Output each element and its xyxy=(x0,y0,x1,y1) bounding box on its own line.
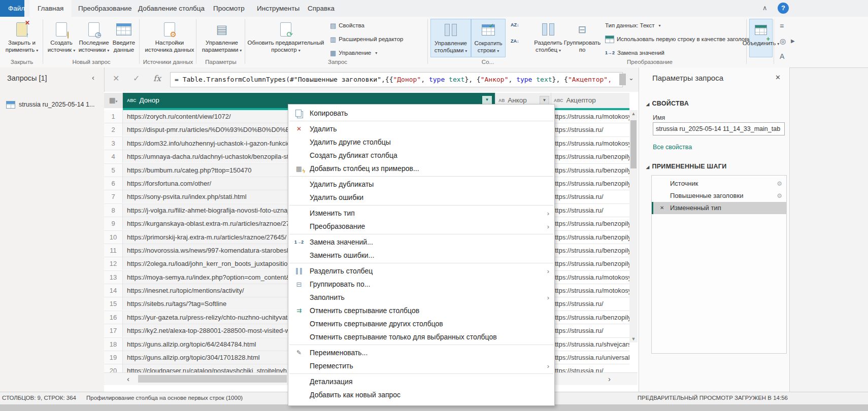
section-properties[interactable]: ◢СВОЙСТВА xyxy=(646,100,689,107)
split-column-button[interactable]: Разделить столбец xyxy=(532,19,564,54)
grid-corner-button[interactable]: ▦▾ xyxy=(104,93,123,108)
group-by-icon: ⊟ xyxy=(578,20,587,39)
advanced-editor-button[interactable]: ▥ Расширенный редактор xyxy=(330,33,404,45)
context-menu-item[interactable]: Заполнить› xyxy=(288,291,554,304)
formula-token: }, { xyxy=(464,76,480,83)
manage-parameters-button[interactable]: ▤ Управление параметрами xyxy=(200,19,244,54)
formula-expand-icon[interactable]: ⌄ xyxy=(628,74,634,82)
column-profiling-status[interactable]: Профилирование столбца на основе первых … xyxy=(86,395,243,401)
vertical-scrollbar[interactable]: ▲ ▼ xyxy=(629,110,638,342)
horizontal-scroll-thumb[interactable] xyxy=(138,375,287,383)
gear-icon[interactable]: ⚙ xyxy=(777,190,782,202)
new-source-button[interactable]: Создать источник xyxy=(46,19,77,54)
context-menu-item[interactable]: Отменить свертывание только для выбранны… xyxy=(288,330,554,344)
acceptor-cell: https://strussia.ru/ xyxy=(551,204,629,217)
vertical-scroll-thumb[interactable] xyxy=(630,120,637,168)
menu-item-label: Удалить xyxy=(310,125,554,133)
group-label-transform: Преобразование xyxy=(599,58,700,66)
context-menu-item[interactable]: Удалить дубликаты xyxy=(288,178,554,191)
tab-help[interactable]: Справка xyxy=(299,0,343,17)
filter-icon-anchor[interactable]: ▼ xyxy=(540,96,549,105)
merge-button[interactable]: + Объединить xyxy=(749,19,773,57)
split-column-icon xyxy=(296,268,302,275)
applied-step[interactable]: Источник⚙ xyxy=(652,178,786,190)
copy-icon xyxy=(295,110,302,117)
tab-tools[interactable]: Инструменты xyxy=(249,0,308,17)
manage-query-button[interactable]: ▦ Управление xyxy=(330,47,377,58)
scroll-left-icon[interactable]: ‹ xyxy=(127,373,129,385)
data-source-settings-button[interactable]: ⚙ Настройки источника данных xyxy=(145,19,194,53)
close-icon[interactable]: ✕ xyxy=(775,74,781,81)
enter-data-button[interactable]: Введите данные xyxy=(111,19,137,53)
close-and-apply-button[interactable]: ✕↑ Закрыть и применить xyxy=(3,19,41,54)
context-menu-item[interactable]: Детализация xyxy=(288,375,554,388)
row-number-cell: 18 xyxy=(104,338,123,351)
context-menu-item[interactable]: Переместить› xyxy=(288,359,554,372)
formula-confirm-icon[interactable]: ✓ xyxy=(133,74,140,83)
formula-scrollbar[interactable] xyxy=(619,74,626,85)
use-first-row-as-headers-button[interactable]: Использовать первую строку в качестве за… xyxy=(605,33,763,45)
collapse-ribbon-icon[interactable]: ∧ xyxy=(762,4,767,12)
context-menu-item[interactable]: Заменить ошибки... xyxy=(288,249,554,262)
reduce-rows-button[interactable]: ✓ Сократить строки xyxy=(471,19,506,57)
tab-file[interactable]: Файл xyxy=(0,0,24,17)
collapse-triangle-icon: ◢ xyxy=(646,165,649,169)
column-header-acceptor[interactable]: ABC Акцептор xyxy=(551,93,629,108)
help-icon[interactable]: ? xyxy=(778,3,789,14)
context-menu-item[interactable]: Изменить тип› xyxy=(288,207,554,220)
scroll-right-icon[interactable]: › xyxy=(608,373,611,385)
hamburger-icon[interactable]: ≡ xyxy=(780,22,784,30)
remove-step-icon[interactable]: ✕ xyxy=(660,202,664,214)
tab-view[interactable]: Просмотр xyxy=(205,0,253,17)
context-menu-item[interactable]: Преобразование› xyxy=(288,220,554,233)
context-menu-item[interactable]: Удалить ошибки xyxy=(288,191,554,204)
tab-transform[interactable]: Преобразование xyxy=(70,0,140,17)
context-menu-item[interactable]: ✎Переименовать... xyxy=(288,346,554,359)
sort-descending-icon[interactable]: ZA↓ xyxy=(511,39,519,44)
tab-add-column[interactable]: Добавление столбца xyxy=(130,0,213,17)
queries-collapse-icon[interactable]: ‹ xyxy=(92,73,94,82)
replace-values-button[interactable]: 1→2 Замена значений xyxy=(605,47,664,58)
applied-step[interactable]: Повышенные заголовки⚙ xyxy=(652,190,786,202)
data-type-button[interactable]: Тип данных: Текст xyxy=(605,20,661,31)
manage-columns-button[interactable]: Управление столбцами xyxy=(430,19,471,57)
context-menu-item[interactable]: Отменить свертывание других столбцов xyxy=(288,317,554,330)
context-menu: Копировать✕УдалитьУдалить другие столбцы… xyxy=(288,104,555,406)
context-menu-item[interactable]: ✕Удалить xyxy=(288,122,554,135)
menu-item-label: Группировать по... xyxy=(310,280,554,288)
menu-icon-cell: ⊟ xyxy=(288,281,310,288)
filter-icon-donor[interactable]: ▼ xyxy=(482,96,492,105)
menu-item-label: Добавить как новый запрос xyxy=(310,391,554,399)
properties-button[interactable]: ▤ Свойства xyxy=(330,20,364,31)
section-applied-steps[interactable]: ◢ПРИМЕНЕННЫЕ ШАГИ xyxy=(646,163,726,170)
all-properties-link[interactable]: Все свойства xyxy=(653,144,692,151)
context-menu-item[interactable]: Разделить столбец› xyxy=(288,264,554,278)
acceptor-cell: https://strussia.ru/benzopily xyxy=(551,257,629,270)
recent-sources-button[interactable]: ◷ Последние источники xyxy=(78,19,110,54)
context-menu-item[interactable]: ⇉Отменить свертывание столбцов xyxy=(288,304,554,317)
context-menu-item[interactable]: ▦Добавить столбец из примеров... xyxy=(288,162,554,175)
tab-home[interactable]: Главная xyxy=(29,0,72,17)
formula-input[interactable]: = Table.TransformColumnTypes(#"Повышенны… xyxy=(170,72,623,87)
context-menu-item[interactable]: Удалить другие столбцы xyxy=(288,135,554,149)
text-tool-icon[interactable]: А xyxy=(780,52,784,60)
formula-cancel-icon[interactable]: ✕ xyxy=(113,74,119,83)
expand-strip-icon[interactable]: ▶ xyxy=(791,38,795,44)
context-menu-item[interactable]: Добавить как новый запрос xyxy=(288,388,554,401)
scroll-down-icon[interactable]: ▼ xyxy=(629,336,638,341)
context-menu-item[interactable]: ⊟Группировать по... xyxy=(288,278,554,291)
row-number-cell: 1 xyxy=(104,110,123,123)
view-icon[interactable]: ◎ xyxy=(780,37,786,45)
query-name-input[interactable] xyxy=(653,122,785,135)
context-menu-item[interactable]: Копировать xyxy=(288,107,554,120)
context-menu-item[interactable]: 1→2Замена значений... xyxy=(288,235,554,249)
group-by-button[interactable]: ⊟ Группировать по xyxy=(565,19,599,53)
refresh-preview-button[interactable]: ⟳ Обновить предварительный просмотр xyxy=(248,19,324,54)
sort-ascending-icon[interactable]: AZ↓ xyxy=(511,23,519,27)
scroll-up-icon[interactable]: ▲ xyxy=(629,111,638,116)
query-list-item[interactable]: strussia ru_2025-05-14 1... xyxy=(0,98,104,111)
applied-step[interactable]: ✕Измененный тип xyxy=(652,202,786,214)
menu-item-label: Разделить столбец xyxy=(310,267,547,275)
context-menu-item[interactable]: Создать дубликат столбца xyxy=(288,149,554,162)
gear-icon[interactable]: ⚙ xyxy=(777,178,782,190)
